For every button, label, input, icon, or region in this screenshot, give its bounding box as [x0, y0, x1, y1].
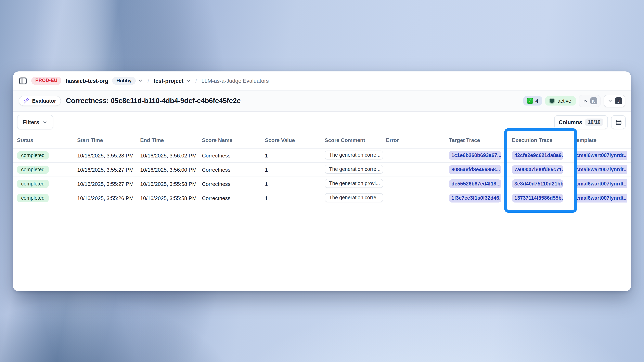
- cell-score-value: 1: [265, 181, 325, 187]
- cell-score-value: 1: [265, 167, 325, 173]
- score-comment-box[interactable]: The generation corre...: [325, 150, 383, 159]
- cell-start-time: 10/16/2025, 3:55:27 PM: [77, 181, 140, 187]
- table-header-row: Status Start Time End Time Score Name Sc…: [13, 132, 631, 149]
- keyboard-shortcut-j: J: [615, 97, 622, 104]
- cell-score-name: Correctness: [202, 181, 265, 187]
- breadcrumb-project-selector[interactable]: test-project: [154, 78, 191, 84]
- table-row[interactable]: completed 10/16/2025, 3:55:26 PM 10/16/2…: [13, 191, 631, 205]
- score-comment-box[interactable]: The generation provi...: [325, 179, 383, 188]
- cell-end-time: 10/16/2025, 3:56:00 PM: [140, 167, 202, 173]
- cell-score-name: Correctness: [202, 167, 265, 173]
- column-header-score-name[interactable]: Score Name: [202, 137, 265, 143]
- cell-score-value: 1: [265, 195, 325, 201]
- column-header-template[interactable]: Template: [574, 137, 631, 143]
- cell-end-time: 10/16/2025, 3:55:58 PM: [140, 195, 202, 201]
- template-link[interactable]: cmal6wart007lynrdt...: [574, 179, 627, 188]
- plan-badge: Hobby: [112, 77, 136, 85]
- column-header-target-trace[interactable]: Target Trace: [449, 137, 512, 143]
- app-window: PROD-EU hassieb-test-org Hobby / test-pr…: [13, 71, 631, 291]
- cell-score-name: Correctness: [202, 195, 265, 201]
- status-badge: completed: [17, 180, 48, 188]
- table-toolbar: Filters Columns 10/10: [13, 112, 631, 132]
- target-trace-link[interactable]: de55526b87ed4f18...: [449, 179, 502, 188]
- target-trace-link[interactable]: 1c1e6b260b693a67...: [449, 151, 502, 160]
- table-body: completed 10/16/2025, 3:55:28 PM 10/16/2…: [13, 149, 631, 205]
- filters-button[interactable]: Filters: [17, 115, 53, 130]
- template-link[interactable]: cmal6wart007lynrdt...: [574, 193, 627, 202]
- status-badge: completed: [17, 194, 48, 202]
- table-row[interactable]: completed 10/16/2025, 3:55:27 PM 10/16/2…: [13, 177, 631, 191]
- previous-item-button[interactable]: K: [579, 95, 600, 107]
- column-header-status[interactable]: Status: [17, 137, 77, 143]
- breadcrumb-separator: /: [147, 77, 150, 84]
- chevron-down-icon: [186, 78, 191, 83]
- cell-start-time: 10/16/2025, 3:55:28 PM: [77, 152, 140, 159]
- score-count-badge: ✓ 4: [523, 96, 542, 106]
- row-height-button[interactable]: [611, 115, 626, 129]
- breadcrumb-org[interactable]: hassieb-test-org: [66, 78, 108, 84]
- execution-trace-link[interactable]: 3e3d40d75110d21bb...: [512, 179, 563, 188]
- evaluator-header: Evaluator Correctness: 05c8c11d-b110-4db…: [13, 90, 631, 112]
- execution-trace-link[interactable]: 42cfe2e9c621da8a9...: [512, 151, 563, 160]
- target-trace-link[interactable]: 8085aefd3e456858...: [449, 165, 502, 174]
- status-badge: completed: [17, 166, 48, 174]
- breadcrumb-plan-selector[interactable]: Hobby: [112, 77, 143, 85]
- wand-sparkles-icon: [24, 98, 30, 104]
- cell-start-time: 10/16/2025, 3:55:27 PM: [77, 167, 140, 173]
- chevron-down-icon: [138, 78, 143, 83]
- template-link[interactable]: cmal6wart007lynrdt...: [574, 151, 627, 160]
- score-comment-box[interactable]: The generation corre...: [325, 193, 383, 202]
- status-dot-icon: [550, 99, 554, 103]
- breadcrumb-page: LLM-as-a-Judge Evaluators: [201, 78, 269, 84]
- cell-score-value: 1: [265, 152, 325, 159]
- execution-trace-link[interactable]: 7a00007b00fd65c71...: [512, 165, 563, 174]
- cell-end-time: 10/16/2025, 3:55:58 PM: [140, 181, 202, 187]
- column-header-score-value[interactable]: Score Value: [265, 137, 325, 143]
- breadcrumb: PROD-EU hassieb-test-org Hobby / test-pr…: [13, 71, 631, 90]
- keyboard-shortcut-k: K: [590, 97, 597, 104]
- breadcrumb-separator: /: [195, 77, 197, 84]
- chevron-down-icon: [607, 98, 612, 104]
- template-link[interactable]: cmal6wart007lynrdt...: [574, 165, 627, 174]
- column-header-error[interactable]: Error: [386, 137, 449, 143]
- cell-end-time: 10/16/2025, 3:56:02 PM: [140, 152, 202, 159]
- chevron-up-icon: [582, 98, 588, 104]
- status-badge: completed: [17, 151, 48, 160]
- table-row[interactable]: completed 10/16/2025, 3:55:27 PM 10/16/2…: [13, 163, 631, 177]
- execution-trace-link[interactable]: 13737114f3586d55b...: [512, 193, 563, 202]
- column-header-start-time[interactable]: Start Time: [77, 137, 140, 143]
- column-header-execution-trace[interactable]: Execution Trace: [512, 137, 574, 143]
- sidebar-toggle-button[interactable]: [19, 76, 27, 85]
- environment-badge: PROD-EU: [31, 77, 62, 85]
- rows-icon: [615, 119, 622, 126]
- evaluator-type-badge: Evaluator: [19, 96, 61, 106]
- evaluations-table: Status Start Time End Time Score Name Sc…: [13, 132, 631, 205]
- columns-count-badge: 10/10: [585, 119, 603, 126]
- column-header-score-comment[interactable]: Score Comment: [325, 137, 386, 143]
- columns-button[interactable]: Columns 10/10: [554, 115, 608, 129]
- cell-start-time: 10/16/2025, 3:55:26 PM: [77, 195, 140, 201]
- score-comment-box[interactable]: The generation corre...: [325, 165, 383, 174]
- panel-left-icon: [19, 76, 27, 85]
- check-icon: ✓: [527, 98, 533, 104]
- column-header-end-time[interactable]: End Time: [140, 137, 202, 143]
- next-item-button[interactable]: J: [604, 95, 625, 107]
- cell-score-name: Correctness: [202, 152, 265, 159]
- status-badge: active: [545, 96, 576, 106]
- table-row[interactable]: completed 10/16/2025, 3:55:28 PM 10/16/2…: [13, 149, 631, 163]
- target-trace-link[interactable]: 1f3c7ee3f1a0f32d46...: [449, 193, 502, 202]
- chevron-down-icon: [42, 120, 47, 125]
- breadcrumb-project: test-project: [154, 78, 184, 84]
- desktop-wallpaper: PROD-EU hassieb-test-org Hobby / test-pr…: [0, 0, 644, 362]
- page-title: Correctness: 05c8c11d-b110-4db4-9dcf-c4b…: [66, 97, 241, 105]
